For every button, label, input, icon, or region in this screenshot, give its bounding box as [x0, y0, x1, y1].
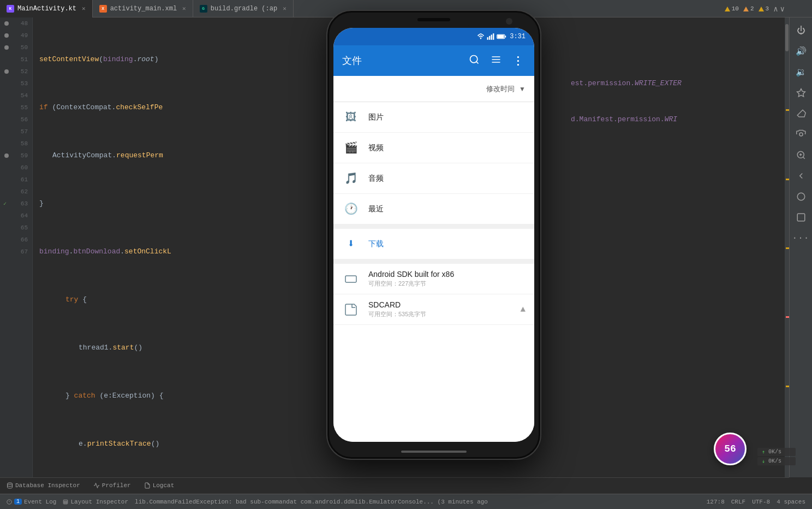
fm-sort-label: 修改时间 ▼: [342, 84, 526, 94]
recent-text: 最近: [368, 204, 526, 214]
layout-inspector-label: Layout Inspector: [70, 499, 128, 505]
line-ending[interactable]: CRLF: [731, 499, 745, 505]
fm-item-recent[interactable]: 🕐 最近: [333, 194, 534, 224]
images-text: 图片: [368, 113, 526, 122]
right-line-49: est.permission.WRITE_EXTER: [566, 78, 785, 90]
panel-tab-logcat-label: Logcat: [153, 482, 175, 489]
line-59: 59: [0, 150, 32, 162]
tab-close-activity-main[interactable]: ✕: [182, 5, 186, 12]
fm-categories-section: 🖼 图片 🎬 视频 🎵 音频: [333, 102, 534, 224]
phone-screen: 3:31 文件 ⋮: [333, 28, 534, 442]
info-number-1: 2: [750, 5, 754, 12]
line-numbers-gutter: 48 49 50 51 52 53 54 55 56 57 58 59 60 6…: [0, 17, 33, 477]
warn-mark-3: [786, 247, 789, 249]
fm-toolbar: 文件 ⋮: [333, 45, 534, 76]
fm-divider-section: [333, 224, 534, 229]
svg-rect-20: [493, 33, 494, 40]
fm-item-download[interactable]: ⬇ 下载: [333, 229, 534, 259]
right-line-52: [566, 186, 785, 198]
info-number-2: 3: [766, 5, 769, 12]
csdn-badge[interactable]: 56: [714, 433, 757, 465]
right-toolbar: ⏻ 🔊 🔉: [789, 17, 812, 477]
more-button[interactable]: ···: [792, 229, 810, 247]
fm-item-sdk[interactable]: Android SDK built for x86 可用空间：227兆字节: [333, 264, 534, 294]
phone-speaker: [417, 18, 450, 21]
tab-close-main-activity[interactable]: ✕: [82, 5, 86, 12]
recent-label: 最近: [368, 204, 526, 214]
fm-menu-icon[interactable]: [488, 52, 504, 70]
tab-label-activity-main: activity_main.xml: [110, 5, 177, 13]
sdk-sub: 可用空间：227兆字节: [368, 280, 526, 288]
line-55: 55: [0, 102, 32, 114]
indent[interactable]: 4 spaces: [777, 499, 805, 505]
images-icon: 🖼: [342, 109, 360, 126]
line-60: 60: [0, 162, 32, 174]
tab-main-activity[interactable]: K MainActivity.kt ✕: [0, 0, 93, 17]
line-66: 66: [0, 234, 32, 246]
tab-activity-main[interactable]: X activity_main.xml ✕: [93, 0, 193, 17]
line-61: 61: [0, 174, 32, 186]
back-button[interactable]: [792, 167, 810, 185]
scrollbar-track[interactable]: [785, 17, 789, 477]
signal-icon: [487, 33, 494, 40]
svg-point-24: [470, 55, 477, 62]
erase-button[interactable]: [792, 105, 810, 122]
audio-icon: 🎵: [342, 170, 360, 187]
sdcard-eject[interactable]: ▲: [520, 305, 526, 315]
battery-icon: [497, 33, 506, 40]
event-log-label: Event Log: [24, 499, 56, 505]
panel-tab-profiler[interactable]: Profiler: [91, 478, 133, 494]
fm-downloads-section: ⬇ 下载: [333, 229, 534, 259]
power-button[interactable]: ⏻: [792, 22, 810, 39]
panel-tab-logcat[interactable]: Logcat: [142, 478, 177, 494]
svg-line-25: [476, 61, 479, 63]
label-button[interactable]: [792, 84, 810, 102]
fm-item-images[interactable]: 🖼 图片: [333, 102, 534, 133]
sdk-icon: [342, 270, 360, 288]
fm-search-icon[interactable]: [467, 52, 482, 70]
sdk-text: Android SDK built for x86 可用空间：227兆字节: [368, 270, 526, 288]
fm-item-audio[interactable]: 🎵 音频: [333, 163, 534, 194]
tab-close-build-gradle[interactable]: ✕: [283, 5, 286, 12]
sdk-name: Android SDK built for x86: [368, 270, 526, 279]
csdn-number: 56: [724, 443, 736, 454]
cursor-position[interactable]: 127:8: [707, 499, 725, 505]
scrollbar-thumb: [785, 24, 789, 51]
camera-button[interactable]: [792, 126, 810, 143]
volume-button[interactable]: 🔊: [792, 43, 810, 60]
nav-down[interactable]: ∨: [780, 4, 785, 14]
line-52: 52: [0, 66, 32, 78]
fm-item-sdcard[interactable]: SDCARD 可用空间：535兆字节 ▲: [333, 294, 534, 325]
videos-label: 视频: [368, 143, 526, 153]
square-button[interactable]: [792, 209, 810, 226]
upload-arrow: [761, 449, 766, 455]
line-58: 58: [0, 138, 32, 150]
fm-more-icon[interactable]: ⋮: [510, 52, 526, 70]
kotlin-icon: K: [7, 5, 14, 13]
error-message: lib.CommandFailedException: bad sub-comm…: [135, 499, 707, 505]
panel-tab-database[interactable]: Database Inspector: [4, 478, 82, 494]
layout-inspector-item[interactable]: Layout Inspector: [63, 499, 128, 505]
line-56: 56: [0, 114, 32, 126]
warn-mark-5: [786, 386, 789, 387]
fm-divider-2: [333, 259, 534, 264]
zoom-button[interactable]: [792, 146, 810, 164]
recent-icon: 🕐: [342, 200, 360, 218]
tab-build-gradle[interactable]: G build.gradle (:ap ✕: [193, 0, 294, 17]
android-phone: 3:31 文件 ⋮: [327, 11, 540, 459]
line-65: 65: [0, 222, 32, 234]
fm-sort-dropdown-arrow[interactable]: ▼: [519, 85, 526, 93]
nav-up[interactable]: ∧: [773, 4, 778, 14]
svg-rect-17: [487, 37, 488, 40]
database-icon: [7, 482, 13, 489]
images-label: 图片: [368, 113, 526, 122]
line-64: 64: [0, 210, 32, 222]
event-log-item[interactable]: 1 Event Log: [7, 499, 56, 505]
fm-item-videos[interactable]: 🎬 视频: [333, 133, 534, 163]
upload-speed: 0K/s: [757, 448, 796, 456]
encoding[interactable]: UTF-8: [752, 499, 770, 505]
bottom-panel: Database Inspector Profiler Logcat: [0, 477, 789, 494]
circle-button[interactable]: [792, 188, 810, 205]
volume-down-button[interactable]: 🔉: [792, 63, 810, 81]
phone-home-bar: [401, 451, 467, 453]
